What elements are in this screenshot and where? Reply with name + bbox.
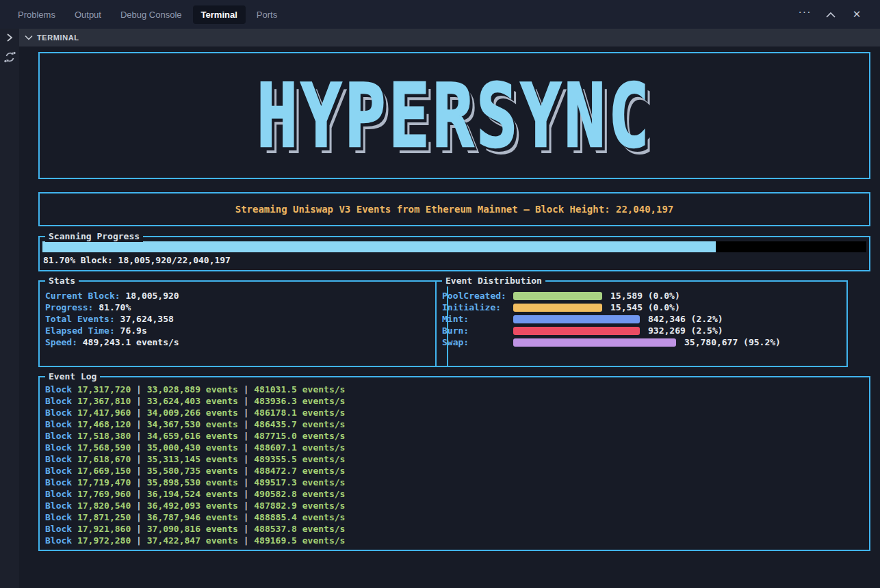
- distribution-bar: [513, 338, 676, 347]
- tab-output[interactable]: Output: [66, 5, 109, 24]
- distribution-bar: [513, 327, 640, 335]
- maximize-panel-icon[interactable]: [823, 6, 839, 23]
- distribution-row: Swap: 35,780,677 (95.2%): [442, 336, 841, 348]
- stat-row: Total Events: 37,624,358: [45, 313, 441, 325]
- chevron-right-icon[interactable]: [6, 33, 13, 42]
- terminal-viewport[interactable]: HYPERSYNC Streaming Uniswap V3 Events fr…: [19, 46, 880, 588]
- log-row: Block 17,468,120 | 34,367,530 events | 4…: [45, 418, 864, 430]
- vscode-bottom-panel: Problems Output Debug Console Terminal P…: [0, 0, 880, 588]
- panel-tabs: Problems Output Debug Console Terminal P…: [0, 5, 285, 24]
- panel-tab-bar: Problems Output Debug Console Terminal P…: [0, 0, 880, 29]
- banner-box: HYPERSYNC: [38, 52, 870, 179]
- progress-status-line: 81.70% Block: 18,005,920/22,040,197: [42, 255, 866, 265]
- event-distribution-title: Event Distribution: [442, 275, 545, 286]
- distribution-bar: [513, 304, 602, 312]
- chevron-down-icon[interactable]: [25, 35, 33, 40]
- log-row: Block 17,921,860 | 37,090,816 events | 4…: [45, 523, 864, 535]
- stat-row: Speed: 489,243.1 events/s: [45, 336, 441, 348]
- stat-row: Elapsed Time: 76.9s: [45, 325, 441, 336]
- log-row: Block 17,618,670 | 35,313,145 events | 4…: [45, 453, 864, 465]
- stat-row: Current Block: 18,005,920: [45, 290, 441, 302]
- log-row: Block 17,317,720 | 33,028,889 events | 4…: [45, 384, 864, 395]
- tab-terminal[interactable]: Terminal: [193, 5, 246, 24]
- log-row: Block 17,871,250 | 36,787,946 events | 4…: [45, 511, 864, 523]
- log-row: Block 17,719,470 | 35,898,530 events | 4…: [45, 477, 864, 488]
- log-row: Block 17,820,540 | 36,492,093 events | 4…: [45, 500, 864, 511]
- tab-ports[interactable]: Ports: [248, 5, 285, 24]
- log-row: Block 17,367,810 | 33,624,403 events | 4…: [45, 395, 864, 407]
- tab-problems[interactable]: Problems: [10, 5, 64, 24]
- panel-side-strip: [0, 29, 19, 588]
- stats-box: Stats Current Block: 18,005,920 Progress…: [38, 280, 448, 367]
- progress-bar-track: [42, 241, 866, 252]
- more-actions-icon[interactable]: ···: [797, 6, 813, 23]
- stat-row: Progress: 81.70%: [45, 302, 441, 313]
- event-distribution-box: Event Distribution PoolCreated: 15,589 (…: [435, 280, 848, 367]
- app-banner-ascii: HYPERSYNC: [257, 64, 652, 167]
- log-row: Block 17,568,590 | 35,000,430 events | 4…: [45, 442, 864, 453]
- event-log-box: Event Log Block 17,317,720 | 33,028,889 …: [38, 376, 870, 551]
- stats-title: Stats: [45, 275, 79, 286]
- log-row: Block 17,769,960 | 36,194,524 events | 4…: [45, 488, 864, 500]
- close-panel-icon[interactable]: ✕: [849, 6, 865, 23]
- log-row: Block 17,669,150 | 35,580,735 events | 4…: [45, 465, 864, 477]
- terminal-section-title: TERMINAL: [37, 34, 79, 42]
- distribution-bar: [513, 315, 640, 323]
- scanning-progress-title: Scanning Progress: [45, 230, 143, 242]
- log-row: Block 17,972,280 | 37,422,847 events | 4…: [45, 535, 864, 546]
- scanning-progress-box: Scanning Progress 81.70% Block: 18,005,9…: [38, 236, 870, 271]
- distribution-bar: [513, 292, 602, 300]
- log-row: Block 17,417,960 | 34,009,266 events | 4…: [45, 407, 864, 418]
- tab-debug-console[interactable]: Debug Console: [112, 5, 190, 24]
- event-log-title: Event Log: [45, 371, 100, 382]
- sync-icon[interactable]: [3, 51, 16, 64]
- progress-bar-fill: [42, 241, 716, 252]
- panel-actions: ··· ✕: [797, 6, 880, 23]
- distribution-row: Initialize: 15,545 (0.0%): [442, 302, 841, 313]
- log-row: Block 17,518,380 | 34,659,616 events | 4…: [45, 430, 864, 442]
- distribution-row: Burn: 932,269 (2.5%): [442, 325, 841, 336]
- distribution-row: Mint: 842,346 (2.2%): [442, 313, 841, 325]
- distribution-row: PoolCreated: 15,589 (0.0%): [442, 290, 841, 302]
- subtitle-box: Streaming Uniswap V3 Events from Ethereu…: [38, 192, 870, 226]
- terminal-section-header[interactable]: TERMINAL: [19, 29, 880, 46]
- stream-subtitle: Streaming Uniswap V3 Events from Ethereu…: [235, 204, 674, 215]
